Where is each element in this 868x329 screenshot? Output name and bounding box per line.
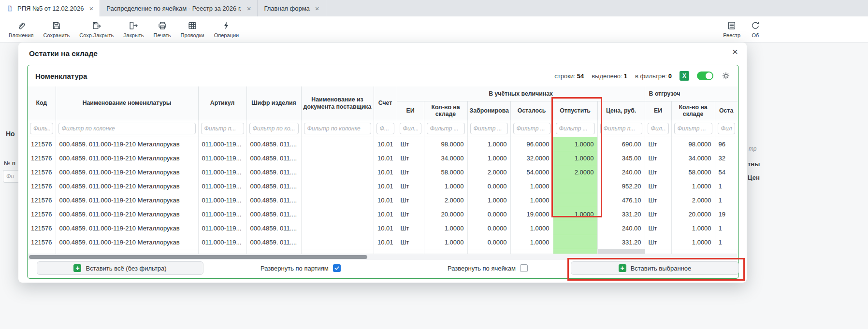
column-header[interactable]: Кол-во на складе — [424, 101, 467, 120]
cell[interactable]: 331.20 — [597, 207, 645, 221]
cell[interactable] — [553, 235, 597, 249]
cell[interactable]: 1.0000 — [671, 235, 715, 249]
cell[interactable]: 1.0000 — [467, 193, 510, 207]
cell[interactable]: 000.4859. 011.000-119-210 Металлорукав — [56, 179, 198, 193]
cell[interactable] — [301, 249, 374, 254]
cell[interactable]: 10.01 — [374, 151, 397, 165]
cell[interactable]: 1 — [715, 193, 738, 207]
toolbar-item-registry[interactable]: Реестр — [718, 16, 745, 42]
cell[interactable]: Шт — [645, 151, 671, 165]
cell[interactable]: Шт — [645, 137, 671, 151]
filter-input[interactable] — [30, 123, 53, 134]
cell[interactable]: 000.4859. 011.000-119-210 Металлорукав — [56, 151, 198, 165]
filter-input[interactable] — [470, 123, 508, 134]
cell[interactable]: 2.0000 — [671, 249, 715, 254]
tab-close-icon[interactable]: × — [247, 4, 251, 13]
cell[interactable]: 10.01 — [374, 249, 397, 254]
cell[interactable]: 000.4859. 011.000-119-210 Металлорукав — [56, 249, 198, 254]
cell[interactable]: 32 — [715, 151, 738, 165]
toolbar-item-save[interactable]: Сохранить — [39, 16, 75, 42]
cell[interactable]: Шт — [397, 179, 424, 193]
table-row[interactable]: 121576000.4859. 011.000-119-210 Металлор… — [28, 151, 738, 165]
cell[interactable]: 2.0000 — [553, 165, 597, 179]
cell[interactable]: 1.0000 — [510, 221, 553, 235]
cell[interactable]: 121576 — [28, 249, 56, 254]
column-header[interactable]: Артикул — [198, 86, 246, 120]
cell[interactable]: 10.01 — [374, 137, 397, 151]
cell[interactable]: 0.0000 — [467, 249, 510, 254]
cell[interactable]: 000.4859. 011.... — [246, 179, 301, 193]
cell[interactable]: 96 — [715, 137, 738, 151]
table-row[interactable]: 121576000.4859. 011.000-119-210 Металлор… — [28, 137, 738, 151]
cell[interactable]: 121576 — [28, 165, 56, 179]
filter-input[interactable] — [600, 123, 642, 134]
gear-icon[interactable] — [721, 71, 731, 81]
cell[interactable] — [301, 235, 374, 249]
filter-input[interactable] — [249, 123, 299, 134]
cell[interactable]: 10.01 — [374, 165, 397, 179]
cell[interactable]: 2.0000 — [424, 249, 467, 254]
tab-close-icon[interactable]: × — [89, 4, 93, 13]
table-row[interactable]: 121576000.4859. 011.000-119-210 Металлор… — [28, 179, 738, 193]
cell[interactable]: 1.0000 — [424, 221, 467, 235]
column-header[interactable]: Осталось — [510, 101, 553, 120]
cell[interactable]: 011.000-119... — [198, 193, 246, 207]
filter-input[interactable] — [58, 123, 196, 134]
cell[interactable]: 2.0000 — [671, 193, 715, 207]
filter-input[interactable] — [648, 123, 669, 134]
cell[interactable]: 96.0000 — [510, 137, 553, 151]
cell[interactable]: 0.0000 — [467, 207, 510, 221]
filter-input[interactable] — [556, 123, 595, 134]
cell[interactable]: 2.0000 — [424, 193, 467, 207]
cell[interactable] — [301, 165, 374, 179]
cell[interactable]: 1.0000 — [553, 207, 597, 221]
cell[interactable]: Шт — [645, 165, 671, 179]
column-header[interactable]: Забронирова — [467, 101, 510, 120]
cell[interactable]: 331.20 — [597, 235, 645, 249]
column-header[interactable]: Наименование номенклатуры — [56, 86, 198, 120]
cell[interactable]: 20.0000 — [424, 207, 467, 221]
cell[interactable]: 58.0000 — [424, 165, 467, 179]
cell[interactable]: 000.4859. 011.... — [246, 165, 301, 179]
cell[interactable]: Шт — [645, 249, 671, 254]
tab-1[interactable]: Распределение по ячейкам - Реестр за 202… — [100, 0, 258, 16]
cell[interactable]: Шт — [397, 165, 424, 179]
cell[interactable]: 121576 — [28, 193, 56, 207]
cell[interactable]: 10.01 — [374, 235, 397, 249]
cell[interactable] — [301, 151, 374, 165]
cell[interactable]: 000.4859. 011.... — [246, 151, 301, 165]
cell[interactable]: Шт — [645, 179, 671, 193]
cell[interactable]: 000.4859. 011.... — [246, 249, 301, 254]
table-row[interactable]: 121576000.4859. 011.000-119-210 Металлор… — [28, 207, 738, 221]
cell[interactable]: 011.000-119... — [198, 221, 246, 235]
cell[interactable]: 000.4859. 011.000-119-210 Металлорукав — [56, 207, 198, 221]
cell[interactable]: 1.0000 — [553, 137, 597, 151]
cell[interactable]: 19 — [715, 207, 738, 221]
cell[interactable]: 1 — [715, 179, 738, 193]
cell[interactable]: 000.4859. 011.... — [246, 193, 301, 207]
cell[interactable] — [301, 221, 374, 235]
cell[interactable]: 121576 — [28, 221, 56, 235]
cell[interactable]: 1.0000 — [424, 235, 467, 249]
cell[interactable]: 000.4859. 011.... — [246, 221, 301, 235]
toolbar-item-save-close[interactable]: Сохр.Закрыть — [74, 16, 118, 42]
toolbar-item-operations[interactable]: Операции — [209, 16, 244, 42]
cell[interactable]: 1.0000 — [671, 221, 715, 235]
cell[interactable] — [301, 207, 374, 221]
cell[interactable]: Шт — [397, 249, 424, 254]
cell[interactable]: 1.0000 — [553, 151, 597, 165]
cell[interactable] — [553, 249, 597, 254]
cell[interactable] — [301, 137, 374, 151]
cell[interactable]: 000.4859. 011.000-119-210 Металлорукав — [56, 137, 198, 151]
cell[interactable]: 011.000-119... — [198, 207, 246, 221]
cell[interactable]: 952.20 — [597, 179, 645, 193]
filter-input[interactable] — [400, 123, 421, 134]
column-header[interactable]: Оста — [715, 101, 738, 120]
cell[interactable]: 10.01 — [374, 179, 397, 193]
table-row[interactable]: 121576000.4859. 011.000-119-210 Металлор… — [28, 193, 738, 207]
filter-input[interactable] — [304, 123, 371, 134]
cell[interactable] — [553, 221, 597, 235]
cell[interactable]: 1 — [715, 221, 738, 235]
column-header[interactable]: ЕИ — [397, 101, 424, 120]
cell[interactable]: 19.0000 — [510, 207, 553, 221]
